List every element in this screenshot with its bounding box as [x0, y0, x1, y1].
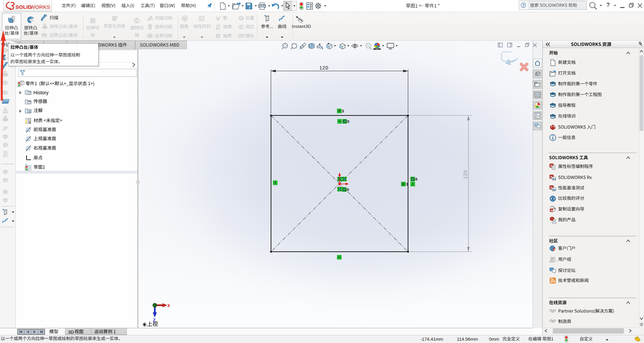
svg-text:SOLID: SOLID: [15, 4, 32, 10]
svg-text:120: 120: [319, 65, 328, 70]
svg-text:WORKS: WORKS: [30, 4, 50, 10]
svg-text:S: S: [551, 126, 552, 128]
svg-text:3: 3: [406, 182, 408, 186]
svg-text:120: 120: [463, 170, 468, 179]
svg-text:SW: SW: [553, 249, 556, 250]
svg-text:A: A: [28, 110, 30, 113]
svg-text:X: X: [167, 303, 170, 308]
svg-text:W: W: [553, 126, 555, 128]
svg-text:Rx: Rx: [553, 178, 556, 181]
svg-text:SW: SW: [551, 209, 555, 212]
svg-text:3: 3: [342, 109, 344, 113]
svg-text:0: 0: [347, 188, 349, 192]
svg-text:?: ?: [522, 3, 525, 7]
svg-text:A: A: [320, 45, 323, 50]
svg-text:Rx: Rx: [553, 188, 556, 191]
svg-text:0: 0: [415, 177, 417, 181]
svg-text:0: 0: [347, 119, 349, 124]
